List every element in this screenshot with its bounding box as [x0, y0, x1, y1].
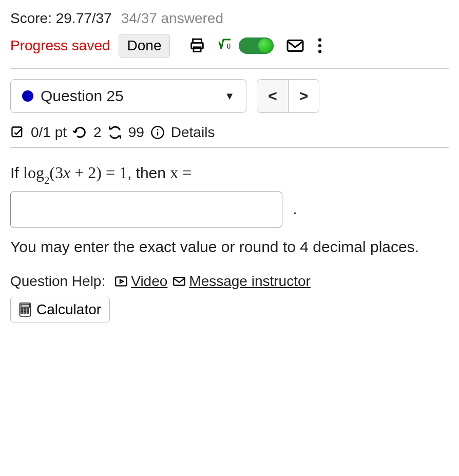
divider — [10, 147, 449, 148]
svg-rect-15 — [21, 304, 29, 307]
done-button[interactable]: Done — [119, 34, 170, 58]
svg-point-6 — [318, 44, 321, 47]
var-x2: x — [170, 163, 178, 182]
svg-rect-8 — [12, 127, 22, 137]
more-icon[interactable] — [317, 37, 323, 54]
next-question-button[interactable]: > — [288, 80, 319, 112]
message-link-label: Message instructor — [189, 273, 311, 290]
svg-rect-17 — [24, 309, 26, 311]
video-icon — [114, 276, 128, 287]
question-nav-group: < > — [257, 79, 319, 113]
svg-rect-2 — [194, 47, 201, 52]
hint-text: You may enter the exact value or round t… — [10, 237, 449, 258]
info-icon[interactable] — [150, 125, 165, 140]
help-row: Question Help: Video Message instructor — [10, 273, 449, 290]
math-expression: log2(3x + 2) = 1 — [23, 163, 127, 182]
question-selector[interactable]: Question 25 ▼ — [10, 79, 246, 113]
log-word: log — [23, 163, 44, 182]
question-meta-row: 0/1 pt 2 99 Details — [10, 124, 449, 141]
svg-rect-12 — [116, 277, 127, 285]
print-icon[interactable] — [188, 37, 206, 54]
var-x1: x — [63, 163, 70, 182]
inner1: (3 — [49, 163, 63, 182]
reattempt-icon — [108, 125, 122, 140]
prev-question-button[interactable]: < — [257, 80, 288, 112]
score-row: Score: 29.77/37 34/37 answered — [10, 10, 449, 27]
q-prefix: If — [10, 164, 23, 181]
svg-rect-16 — [21, 309, 23, 311]
retry-icon — [73, 125, 87, 140]
help-label: Question Help: — [10, 273, 105, 290]
divider — [10, 68, 449, 69]
details-link[interactable]: Details — [171, 124, 215, 141]
answer-row: . — [10, 184, 449, 227]
toggle-switch[interactable] — [239, 37, 274, 54]
svg-point-7 — [318, 50, 321, 53]
tries-label: 2 — [93, 124, 102, 141]
svg-point-10 — [157, 129, 158, 130]
reattempts-label: 99 — [128, 124, 144, 141]
message-instructor-link[interactable]: Message instructor — [173, 273, 311, 290]
question-body: If log2(3x + 2) = 1, then x = . You may … — [10, 163, 449, 258]
svg-point-5 — [318, 39, 321, 42]
checkbox-icon — [10, 125, 25, 140]
mail-icon[interactable] — [286, 38, 304, 53]
inner2: + 2) = 1 — [70, 163, 127, 182]
answer-input[interactable] — [10, 192, 282, 227]
mathquill-toggle[interactable]: 0 — [218, 37, 274, 54]
q-suffix1: , then — [127, 164, 170, 181]
calculator-label: Calculator — [36, 301, 101, 318]
toolbar-icons: 0 — [188, 37, 323, 54]
mail-small-icon — [173, 276, 186, 287]
answered-label: 34/37 answered — [121, 10, 223, 27]
calculator-icon — [19, 302, 31, 317]
svg-rect-21 — [27, 311, 29, 313]
calculator-button[interactable]: Calculator — [10, 297, 110, 322]
chevron-down-icon: ▼ — [224, 90, 235, 102]
svg-rect-18 — [27, 309, 29, 311]
video-link[interactable]: Video — [114, 273, 167, 290]
svg-rect-13 — [174, 277, 185, 285]
trailing-period: . — [293, 200, 297, 217]
svg-text:0: 0 — [227, 43, 231, 50]
points-label: 0/1 pt — [31, 124, 67, 141]
svg-rect-4 — [288, 41, 303, 51]
question-label: Question 25 — [41, 87, 124, 105]
svg-rect-19 — [21, 311, 23, 313]
status-row: Progress saved Done 0 — [10, 34, 449, 58]
score-label: Score: 29.77/37 — [10, 10, 112, 27]
question-nav-row: Question 25 ▼ < > — [10, 79, 449, 113]
video-link-label: Video — [131, 273, 167, 290]
question-text: If log2(3x + 2) = 1, then x = — [10, 163, 449, 184]
log-subscript: 2 — [44, 174, 49, 186]
q-suffix2: = — [178, 163, 192, 182]
status-dot-icon — [22, 90, 33, 102]
svg-rect-20 — [24, 311, 26, 313]
progress-saved-label: Progress saved — [10, 37, 110, 54]
